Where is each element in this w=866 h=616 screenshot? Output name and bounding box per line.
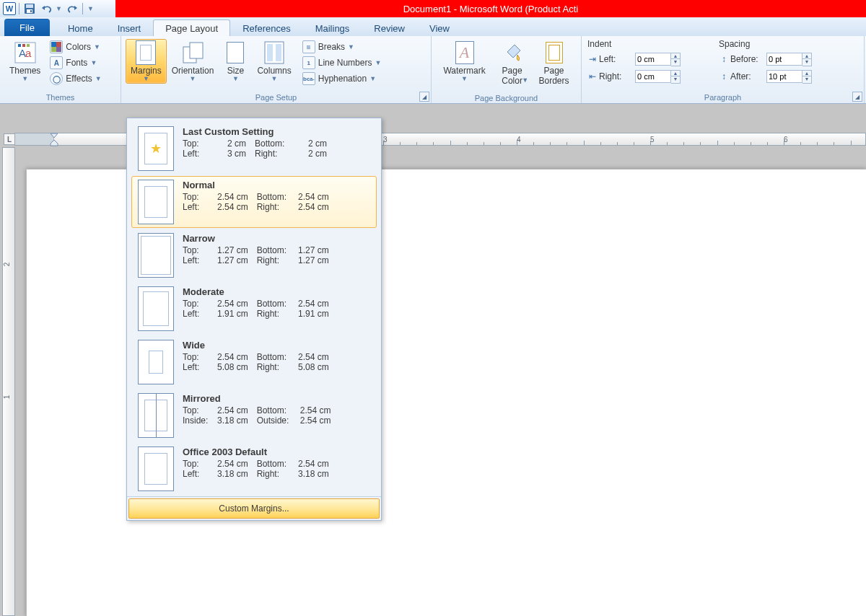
chevron-down-icon: ▼ (190, 76, 196, 82)
qat-customize-icon[interactable]: ▼ (87, 5, 94, 12)
undo-dropdown-icon[interactable]: ▼ (56, 5, 62, 12)
margin-option-title: Last Custom Setting (183, 126, 370, 137)
margins-option[interactable]: Wide Top:2.54 cmBottom:2.54 cm Left:5.08… (131, 336, 377, 388)
svg-rect-9 (27, 44, 30, 47)
effects-button[interactable]: ◯Effects▼ (48, 71, 102, 87)
margins-button[interactable]: Margins ▼ (126, 39, 167, 84)
colors-icon (50, 40, 63, 53)
chevron-down-icon: ▼ (232, 76, 239, 82)
tab-home[interactable]: Home (56, 19, 105, 36)
before-spacing-label: Before: (730, 54, 766, 64)
page-color-label: Page Color (502, 66, 522, 86)
after-spacing-label: After: (730, 71, 766, 82)
chevron-down-icon: ▼ (375, 59, 381, 66)
svg-rect-11 (56, 42, 61, 47)
margins-option[interactable]: Mirrored Top:2.54 cmBottom:2.54 cm Insid… (131, 390, 377, 441)
save-icon[interactable] (22, 1, 37, 16)
watermark-label: Watermark (443, 66, 485, 76)
svg-rect-18 (276, 44, 281, 61)
margins-option[interactable]: Moderate Top:2.54 cmBottom:2.54 cm Left:… (131, 283, 377, 335)
undo-icon[interactable] (40, 1, 54, 16)
margins-label: Margins (131, 66, 162, 76)
separator (19, 3, 19, 14)
margin-option-title: Moderate (183, 286, 370, 297)
svg-rect-1 (26, 4, 33, 8)
margin-option-title: Office 2003 Default (183, 446, 370, 457)
themes-button[interactable]: Aa Themes ▼ (4, 39, 45, 84)
ribbon: Aa Themes ▼ Colors▼ AFonts▼ ◯Effects▼ Th… (0, 36, 866, 104)
tab-references[interactable]: References (230, 19, 302, 36)
margin-option-title: Normal (183, 180, 370, 190)
size-button[interactable]: Size ▼ (219, 39, 252, 84)
breaks-button[interactable]: ≡Breaks▼ (301, 39, 383, 55)
word-app-icon[interactable]: W (3, 2, 16, 15)
spinner[interactable]: ▲▼ (802, 70, 812, 84)
columns-button[interactable]: Columns ▼ (252, 39, 296, 84)
tab-view[interactable]: View (417, 19, 462, 36)
margin-thumbnail-icon (138, 233, 174, 278)
redo-icon[interactable] (65, 1, 79, 16)
spacing-after-input[interactable] (766, 70, 802, 83)
left-indent-label: Left: (599, 54, 635, 64)
tab-review[interactable]: Review (362, 19, 417, 36)
margins-option[interactable]: ★Last Custom Setting Top:2 cmBottom:2 cm… (131, 123, 377, 175)
tab-insert[interactable]: Insert (105, 19, 154, 36)
page-setup-launcher[interactable]: ◢ (419, 92, 429, 102)
custom-margins-button[interactable]: Custom Margins... (128, 498, 380, 519)
vertical-ruler[interactable]: 2 1 (2, 147, 15, 616)
spinner[interactable]: ▲▼ (802, 53, 812, 66)
spacing-heading: Spacing (717, 38, 854, 52)
tab-page-layout[interactable]: Page Layout (153, 19, 230, 37)
effects-icon: ◯ (50, 72, 63, 85)
margins-option[interactable]: Office 2003 Default Top:2.54 cmBottom:2.… (131, 443, 377, 495)
page-borders-label: Page Borders (539, 66, 569, 86)
indent-left-input[interactable] (635, 53, 671, 66)
fonts-button[interactable]: AFonts▼ (48, 55, 102, 71)
svg-rect-13 (56, 47, 61, 52)
margins-gallery: ★Last Custom Setting Top:2 cmBottom:2 cm… (126, 118, 382, 521)
svg-rect-7 (18, 44, 21, 47)
group-page-background-label: Page Background (432, 94, 581, 104)
margin-thumbnail-icon (138, 340, 174, 384)
themes-label: Themes (9, 66, 40, 76)
hyphenation-icon: bca- (302, 72, 315, 85)
margin-option-title: Narrow (183, 233, 370, 244)
svg-marker-19 (51, 133, 58, 138)
chevron-down-icon: ▼ (369, 75, 376, 82)
hyphenation-button[interactable]: bca-Hyphenation▼ (301, 71, 383, 87)
spinner[interactable]: ▲▼ (671, 53, 681, 66)
line-numbers-button[interactable]: 1Line Numbers▼ (301, 55, 383, 71)
margin-thumbnail-icon (138, 286, 174, 331)
margins-option[interactable]: Normal Top:2.54 cmBottom:2.54 cm Left:2.… (131, 176, 377, 228)
watermark-button[interactable]: A Watermark ▼ (438, 39, 490, 84)
orientation-button[interactable]: Orientation ▼ (167, 39, 219, 84)
tab-file[interactable]: File (4, 19, 50, 36)
margins-option[interactable]: Narrow Top:1.27 cmBottom:1.27 cm Left:1.… (131, 229, 377, 281)
group-page-setup-label: Page Setup (121, 93, 431, 103)
group-themes-label: Themes (0, 93, 121, 103)
colors-button[interactable]: Colors▼ (48, 39, 102, 55)
chevron-down-icon: ▼ (90, 59, 97, 66)
margin-thumbnail-icon (138, 446, 174, 491)
indent-right-input[interactable] (635, 70, 671, 83)
tab-selector[interactable]: L (4, 133, 15, 145)
page-color-button[interactable]: Page Color ▼ (496, 39, 529, 94)
line-numbers-icon: 1 (302, 56, 315, 69)
paragraph-launcher[interactable]: ◢ (852, 92, 862, 102)
chevron-down-icon: ▼ (143, 76, 149, 82)
margin-option-title: Mirrored (183, 393, 370, 404)
chevron-down-icon: ▼ (522, 77, 528, 83)
svg-rect-3 (30, 10, 32, 12)
chevron-down-icon: ▼ (461, 76, 468, 82)
spacing-before-icon: ↕ (717, 54, 730, 64)
chevron-down-icon: ▼ (22, 76, 28, 82)
svg-rect-17 (267, 44, 273, 61)
tab-mailings[interactable]: Mailings (303, 19, 362, 36)
spinner[interactable]: ▲▼ (671, 70, 681, 84)
group-paragraph-label: Paragraph (582, 93, 864, 103)
svg-rect-15 (190, 43, 203, 58)
title-bar: Document1 - Microsoft Word (Product Acti (115, 0, 866, 17)
spacing-before-input[interactable] (766, 53, 802, 66)
page-borders-button[interactable]: Page Borders (534, 39, 574, 88)
hanging-indent-marker[interactable] (50, 139, 57, 146)
